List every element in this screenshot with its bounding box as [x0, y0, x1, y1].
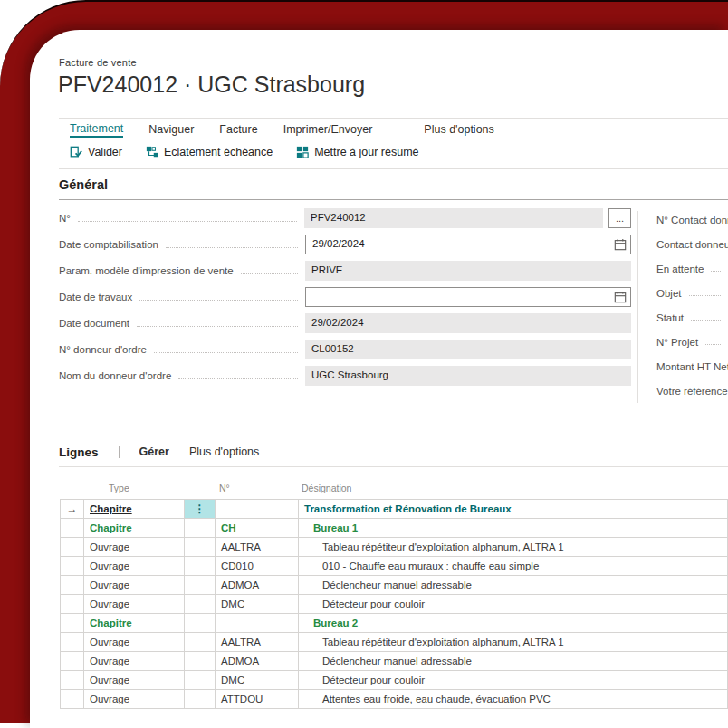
mettre-a-jour-resume-button[interactable]: Mettre à jour résumé [296, 146, 418, 158]
field-date-document-value: 29/02/2024 [305, 313, 631, 332]
field-label: Montant HT Net [656, 361, 728, 372]
column-header-type[interactable]: Type [83, 483, 184, 493]
type-cell[interactable]: Ouvrage [84, 633, 185, 651]
dotted-leader [241, 273, 298, 274]
field-row-no: N°PFV240012... [59, 208, 631, 228]
row-menu-cell [185, 652, 216, 670]
table-row: OuvrageCD010010 - Chauffe eau muraux : c… [60, 557, 728, 576]
dotted-leader [178, 378, 298, 379]
no-cell[interactable] [216, 500, 299, 518]
valider-label: Valider [88, 146, 122, 158]
designation-cell[interactable]: Déclencheur manuel adressable [299, 652, 728, 670]
tab-traitement[interactable]: Traitement [70, 122, 123, 138]
dotted-leader [137, 326, 298, 327]
no-cell[interactable]: AALTRA [216, 538, 299, 556]
field-row: En attente [656, 259, 728, 278]
column-header-no[interactable]: N° [215, 483, 298, 493]
designation-cell[interactable]: Attentes eau froide, eau chaude, évacuat… [299, 690, 728, 708]
type-cell[interactable]: Chapitre [84, 519, 185, 537]
row-menu-cell [185, 671, 216, 689]
row-menu-cell [185, 557, 216, 575]
field-param-modele-impression-vente-input: PRIVE [305, 261, 631, 281]
field-row-no-donneur-ordre: N° donneur d'ordreCL00152 [59, 340, 631, 359]
split-schedule-icon [146, 146, 158, 158]
field-date-comptabilisation-input[interactable]: 29/02/2024 [305, 235, 631, 254]
type-cell[interactable]: Ouvrage [84, 671, 185, 689]
field-date-travaux-input[interactable] [305, 287, 631, 307]
row-indicator-cell [61, 614, 84, 632]
invoice-page: Facture de vente PFV240012 · UGC Strasbo… [30, 30, 728, 728]
lines-section-heading[interactable]: Lignes [59, 445, 99, 459]
row-menu-cell[interactable]: ⋮ [185, 500, 216, 518]
field-row-param-modele-impression-vente: Param. modèle d'impression de ventePRIVE [59, 261, 631, 281]
designation-cell[interactable]: 010 - Chauffe eau muraux : chauffe eau s… [299, 557, 728, 575]
no-cell[interactable]: ADMOA [216, 652, 299, 670]
field-label: Contact donneur [656, 239, 728, 250]
type-cell[interactable]: Ouvrage [84, 557, 185, 575]
ellipsis-button[interactable]: ... [608, 208, 631, 228]
tab-facture[interactable]: Facture [219, 123, 257, 136]
eclatement-echeance-button[interactable]: Eclatement échéance [146, 146, 273, 158]
no-cell[interactable]: CH [216, 519, 299, 537]
lines-plus-options-menu[interactable]: Plus d'options [189, 445, 259, 458]
designation-cell[interactable]: Détecteur pour couloir [299, 595, 728, 613]
type-cell[interactable]: Ouvrage [84, 538, 185, 556]
lines-menu-separator [119, 446, 120, 458]
dotted-leader [711, 271, 721, 272]
designation-cell[interactable]: Tableau répétiteur d'exploitation alphan… [299, 538, 728, 556]
designation-cell[interactable]: Détecteur pour couloir [299, 671, 728, 689]
dotted-leader [689, 295, 722, 296]
row-actions-icon[interactable]: ⋮ [195, 503, 206, 515]
no-cell[interactable]: CD010 [216, 557, 299, 575]
type-cell[interactable]: Ouvrage [84, 652, 185, 670]
calendar-icon[interactable] [614, 291, 627, 307]
row-indicator-cell [61, 671, 84, 689]
field-row-nom-donneur-ordre: Nom du donneur d'ordreUGC Strasbourg [59, 366, 631, 386]
field-label: Statut [656, 312, 684, 323]
dotted-leader [78, 221, 297, 222]
designation-cell[interactable]: Déclencheur manuel adressable [299, 576, 728, 594]
type-cell[interactable]: Ouvrage [84, 690, 185, 708]
no-cell[interactable] [216, 614, 299, 632]
divider [59, 466, 728, 467]
row-menu-cell [185, 690, 216, 708]
breadcrumb[interactable]: Facture de vente [59, 57, 137, 68]
field-nom-donneur-ordre-value: UGC Strasbourg [305, 366, 631, 385]
field-date-document-input: 29/02/2024 [305, 313, 631, 333]
type-cell[interactable]: Ouvrage [84, 595, 185, 613]
no-cell[interactable]: AALTRA [216, 633, 299, 651]
lines-section-bar: Lignes Gérer Plus d'options [59, 443, 259, 461]
tab-imprimer-envoyer[interactable]: Imprimer/Envoyer [283, 123, 373, 136]
type-cell[interactable]: Chapitre [84, 614, 185, 632]
dotted-leader [691, 320, 721, 321]
designation-cell[interactable]: Bureau 2 [299, 614, 728, 632]
grid-summary-icon [296, 146, 309, 158]
row-indicator-cell [61, 538, 84, 556]
valider-button[interactable]: Valider [70, 146, 122, 158]
type-cell[interactable]: Ouvrage [84, 576, 185, 594]
row-indicator-cell: → [61, 500, 84, 518]
page-title: PFV240012 · UGC Strasbourg [58, 72, 365, 98]
type-cell[interactable]: Chapitre [84, 500, 185, 518]
column-header-designation[interactable]: Désignation [298, 483, 728, 493]
field-row-date-travaux: Date de travaux [59, 287, 631, 307]
designation-cell[interactable]: Tableau répétiteur d'exploitation alphan… [299, 633, 728, 651]
field-label-date-document: Date document [59, 318, 129, 329]
row-menu-cell [185, 519, 216, 537]
designation-cell[interactable]: Transformation et Rénovation de Bureaux [299, 500, 728, 518]
no-cell[interactable]: ADMOA [216, 576, 299, 594]
gerer-menu[interactable]: Gérer [139, 445, 169, 458]
designation-cell[interactable]: Bureau 1 [299, 519, 728, 537]
field-nom-donneur-ordre-input: UGC Strasbourg [305, 366, 631, 386]
calendar-icon[interactable] [614, 238, 627, 254]
no-cell[interactable]: ATTDOU [216, 690, 299, 708]
no-cell[interactable]: DMC [216, 595, 299, 613]
tab-plus-options[interactable]: Plus d'options [424, 123, 493, 136]
general-section-heading[interactable]: Général [59, 177, 728, 200]
no-cell[interactable]: DMC [216, 671, 299, 689]
table-row: →Chapitre⋮Transformation et Rénovation d… [60, 500, 728, 519]
table-row: OuvrageATTDOUAttentes eau froide, eau ch… [60, 690, 728, 709]
tab-naviguer[interactable]: Naviguer [148, 123, 194, 136]
field-label-date-travaux: Date de travaux [59, 292, 132, 302]
field-row: Votre référence [656, 381, 728, 400]
